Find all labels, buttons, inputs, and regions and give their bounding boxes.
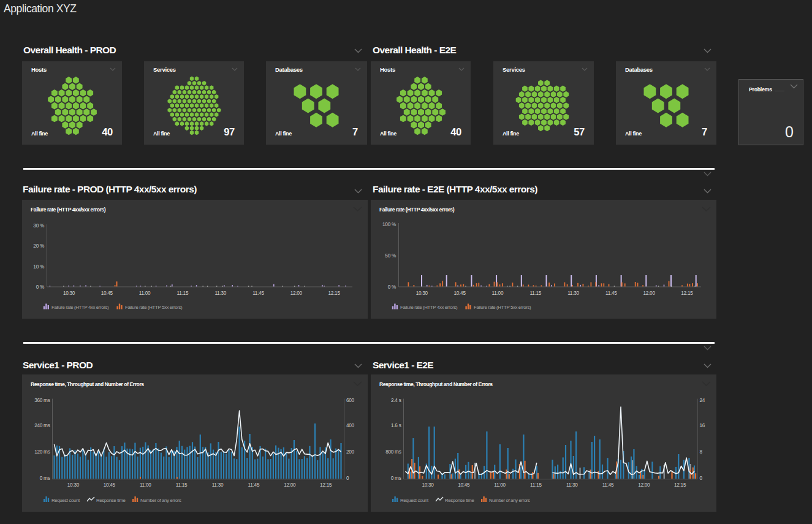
svg-text:Failure rate (HTTP 4xx errors): Failure rate (HTTP 4xx errors) — [400, 305, 458, 310]
svg-text:11:00: 11:00 — [494, 482, 506, 488]
svg-text:10 %: 10 % — [33, 264, 44, 270]
svg-text:1.6 s: 1.6 s — [391, 423, 401, 428]
svg-text:12:00: 12:00 — [638, 482, 650, 488]
svg-text:360 ms: 360 ms — [34, 398, 50, 403]
svg-text:11:45: 11:45 — [605, 290, 617, 296]
svg-text:10:45: 10:45 — [101, 290, 113, 296]
svg-text:11:15: 11:15 — [530, 482, 542, 488]
svg-text:10:30: 10:30 — [63, 290, 75, 296]
svg-text:100 %: 100 % — [382, 222, 396, 227]
svg-text:Number of any errors: Number of any errors — [140, 498, 181, 503]
svg-text:12:00: 12:00 — [290, 290, 303, 296]
svg-text:24: 24 — [700, 398, 705, 403]
svg-text:12:15: 12:15 — [328, 290, 340, 296]
svg-text:10:30: 10:30 — [67, 482, 80, 488]
svg-text:12:00: 12:00 — [643, 290, 655, 296]
svg-text:11:30: 11:30 — [566, 482, 578, 488]
svg-text:Failure rate (HTTP 4xx errors): Failure rate (HTTP 4xx errors) — [51, 305, 109, 310]
svg-text:11:45: 11:45 — [248, 482, 260, 488]
svg-text:10:45: 10:45 — [458, 482, 470, 488]
svg-text:200: 200 — [346, 449, 355, 455]
svg-text:Response time: Response time — [96, 498, 125, 503]
svg-text:16: 16 — [700, 423, 705, 428]
svg-text:11:00: 11:00 — [492, 290, 504, 296]
svg-text:11:45: 11:45 — [252, 290, 264, 296]
svg-text:0 ms: 0 ms — [40, 476, 50, 481]
svg-text:10:45: 10:45 — [453, 290, 466, 296]
svg-text:600: 600 — [346, 398, 355, 403]
svg-text:11:00: 11:00 — [140, 482, 151, 488]
svg-text:11:00: 11:00 — [139, 290, 151, 296]
svg-text:Request count: Request count — [400, 498, 429, 503]
svg-text:10:30: 10:30 — [422, 482, 434, 488]
svg-text:11:15: 11:15 — [529, 290, 541, 296]
svg-text:Failure rate (HTTP 5xx errors): Failure rate (HTTP 5xx errors) — [125, 305, 183, 310]
svg-text:11:30: 11:30 — [212, 482, 224, 488]
svg-text:Number of any errors: Number of any errors — [489, 498, 530, 503]
svg-text:11:30: 11:30 — [567, 290, 579, 296]
svg-text:Failure rate (HTTP 5xx errors): Failure rate (HTTP 5xx errors) — [474, 305, 531, 310]
svg-text:400: 400 — [346, 423, 355, 428]
svg-text:11:45: 11:45 — [602, 482, 614, 488]
svg-text:0: 0 — [700, 476, 703, 481]
svg-text:11:15: 11:15 — [176, 482, 188, 488]
svg-text:12:15: 12:15 — [674, 482, 686, 488]
svg-text:11:30: 11:30 — [214, 290, 226, 296]
svg-text:120 ms: 120 ms — [34, 449, 50, 455]
svg-text:Response time: Response time — [445, 498, 474, 503]
svg-text:Request count: Request count — [51, 498, 80, 503]
svg-text:240 ms: 240 ms — [34, 423, 50, 428]
svg-text:0 %: 0 % — [36, 284, 44, 290]
svg-text:0 ms: 0 ms — [391, 476, 401, 481]
svg-text:800 ms: 800 ms — [385, 449, 401, 455]
svg-text:0: 0 — [346, 476, 349, 481]
svg-text:11:15: 11:15 — [177, 290, 189, 296]
svg-text:12:00: 12:00 — [284, 482, 296, 488]
svg-text:10:45: 10:45 — [104, 482, 116, 488]
svg-text:0 %: 0 % — [388, 284, 396, 290]
svg-text:2.4 s: 2.4 s — [391, 398, 401, 403]
svg-text:12:15: 12:15 — [320, 482, 332, 488]
svg-text:50 %: 50 % — [385, 253, 396, 259]
svg-text:30 %: 30 % — [33, 223, 44, 229]
svg-text:10:30: 10:30 — [416, 290, 428, 296]
svg-text:8: 8 — [700, 449, 703, 455]
svg-text:20 %: 20 % — [33, 243, 44, 249]
svg-text:12:15: 12:15 — [681, 290, 693, 296]
